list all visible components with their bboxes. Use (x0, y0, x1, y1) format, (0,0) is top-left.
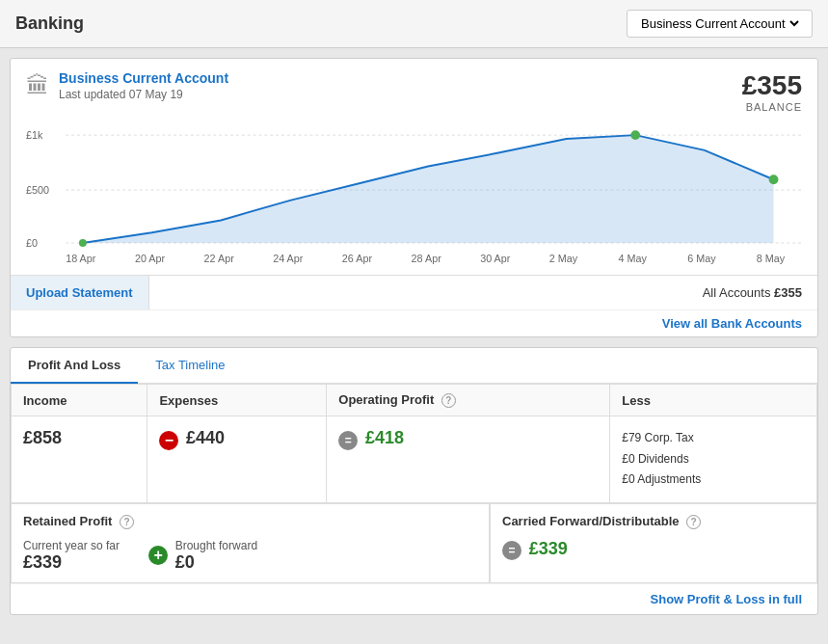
x-label-18apr: 18 Apr (66, 253, 96, 264)
upload-statement-button[interactable]: Upload Statement (11, 276, 149, 309)
tab-pnl[interactable]: Profit And Loss (11, 348, 138, 384)
y-label-1k: £1k (26, 129, 43, 141)
bank-icon: 🏛 (26, 72, 49, 99)
x-label-28apr: 28 Apr (412, 253, 442, 264)
retained-inner: Current year so far £339 + Brought forwa… (23, 539, 477, 573)
account-info-left: 🏛 Business Current Account Last updated … (26, 70, 228, 101)
x-label-30apr: 30 Apr (480, 253, 511, 264)
banking-header: Banking Business Current AccountPersonal… (0, 0, 828, 48)
carried-forward-label: Carried Forward/Distributable (502, 514, 679, 528)
current-year-amount: £339 (23, 552, 120, 573)
less-line-1: £0 Dividends (622, 449, 805, 470)
current-year-label: Current year so far (23, 539, 120, 552)
view-all-row: View all Bank Accounts (11, 309, 817, 336)
x-label-6may: 6 May (687, 253, 716, 264)
account-updated: Last updated 07 May 19 (59, 88, 228, 101)
tab-tax[interactable]: Tax Timeline (138, 348, 242, 384)
balance-label: BALANCE (742, 101, 802, 113)
carried-forward-cell: Carried Forward/Distributable ? = £339 (490, 503, 817, 583)
income-amount: £858 (23, 428, 62, 447)
dot-peak (630, 130, 640, 140)
col-op-profit-label: Operating Profit (338, 392, 434, 407)
op-profit-cell: = £418 (327, 416, 610, 503)
retained-row: Retained Profit ? Current year so far £3… (11, 503, 817, 583)
tab-row: Profit And Loss Tax Timeline (11, 348, 817, 384)
balance-amount: £355 (742, 70, 802, 101)
carried-forward-value-row: = £339 (502, 539, 805, 561)
show-pnl-link[interactable]: Show Profit & Loss in full (651, 592, 802, 606)
col-income: Income (12, 385, 147, 416)
retained-label: Retained Profit (23, 514, 112, 528)
retained-cell: Retained Profit ? Current year so far £3… (11, 503, 490, 583)
expenses-amount: £440 (186, 428, 225, 447)
all-accounts-label: All Accounts (703, 285, 771, 300)
brought-forward-amount: £0 (175, 552, 257, 573)
x-label-2may: 2 May (549, 253, 578, 264)
x-label-22apr: 22 Apr (204, 253, 235, 264)
col-less: Less (610, 385, 817, 416)
less-line-2: £0 Adjustments (622, 470, 805, 491)
account-name: Business Current Account (59, 70, 228, 86)
show-pnl-row: Show Profit & Loss in full (11, 583, 817, 614)
account-info-row: 🏛 Business Current Account Last updated … (11, 59, 817, 121)
all-accounts: All Accounts £355 (687, 276, 817, 309)
current-year-item: Current year so far £339 (23, 539, 120, 573)
pnl-table: Income Expenses Operating Profit ? Less … (11, 384, 817, 503)
y-label-0: £0 (26, 237, 38, 249)
x-label-24apr: 24 Apr (273, 253, 304, 264)
less-lines: £79 Corp. Tax £0 Dividends £0 Adjustment… (622, 428, 805, 491)
account-details: Business Current Account Last updated 07… (59, 70, 228, 101)
expenses-cell: − £440 (147, 416, 327, 503)
dot-end (769, 174, 779, 184)
retained-header: Retained Profit ? (23, 514, 477, 529)
plus-icon: + (148, 546, 168, 565)
income-cell: £858 (12, 416, 147, 503)
chart-area: £1k £500 £0 18 Apr 20 Apr 22 Apr 24 Apr … (11, 121, 817, 275)
brought-forward-label: Brought forward (175, 539, 257, 552)
x-label-4may: 4 May (619, 253, 648, 264)
equal-icon: = (338, 431, 358, 450)
x-label-20apr: 20 Apr (135, 253, 166, 264)
op-profit-amount: £418 (365, 428, 404, 447)
dot-start (79, 239, 87, 247)
balance-chart: £1k £500 £0 18 Apr 20 Apr 22 Apr 24 Apr … (26, 121, 802, 265)
balance-display: £355 BALANCE (742, 70, 802, 113)
carried-forward-help-icon[interactable]: ? (686, 515, 701, 529)
brought-forward-item: + Brought forward £0 (148, 539, 257, 573)
minus-icon: − (159, 431, 178, 450)
y-label-500: £500 (26, 184, 49, 196)
op-profit-help-icon[interactable]: ? (441, 393, 456, 408)
col-expenses: Expenses (147, 385, 327, 416)
retained-help-icon[interactable]: ? (120, 515, 134, 529)
less-cell: £79 Corp. Tax £0 Dividends £0 Adjustment… (610, 416, 817, 503)
carried-forward-amount: £339 (529, 539, 568, 558)
banking-card: 🏛 Business Current Account Last updated … (10, 58, 818, 337)
carried-forward-header: Carried Forward/Distributable ? (502, 514, 805, 529)
view-all-link[interactable]: View all Bank Accounts (662, 316, 802, 331)
carried-equal-icon: = (502, 541, 521, 560)
pnl-card: Profit And Loss Tax Timeline Income Expe… (10, 347, 818, 615)
x-label-8may: 8 May (757, 253, 786, 264)
all-accounts-amount: £355 (774, 285, 802, 300)
upload-row: Upload Statement All Accounts £355 (11, 275, 817, 309)
col-op-profit: Operating Profit ? (327, 385, 610, 416)
account-selector[interactable]: Business Current AccountPersonal Account (627, 10, 813, 38)
account-dropdown[interactable]: Business Current AccountPersonal Account (637, 15, 802, 32)
banking-title: Banking (15, 13, 84, 34)
less-line-0: £79 Corp. Tax (622, 428, 805, 449)
x-label-26apr: 26 Apr (342, 253, 373, 264)
